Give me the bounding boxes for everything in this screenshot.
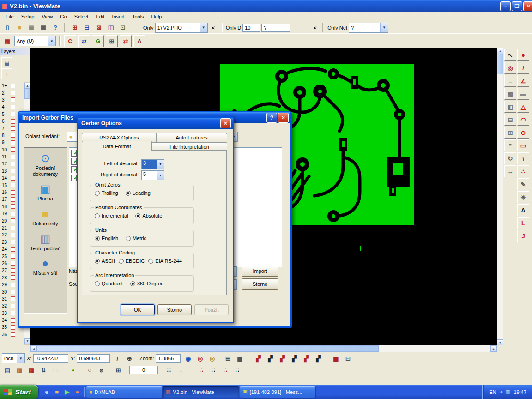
dot-pattern-icon[interactable]: ∷: [208, 364, 219, 375]
cancel-button[interactable]: Storno: [157, 304, 192, 315]
close-button[interactable]: ×: [220, 118, 231, 128]
chevron-down-icon[interactable]: ▼: [157, 171, 164, 180]
radio-icon[interactable]: [126, 236, 131, 241]
dcode-count-field[interactable]: 0: [129, 366, 158, 374]
layer-color-swatch[interactable]: [11, 204, 15, 209]
layer-color-swatch[interactable]: [11, 240, 15, 244]
swap-codes-icon[interactable]: ⇄: [78, 35, 90, 47]
prev-layer-button[interactable]: <: [209, 22, 218, 33]
g-code-icon[interactable]: G: [92, 35, 104, 47]
canvas-vscrollbar[interactable]: ▲ ▼: [497, 48, 503, 345]
pointer-icon[interactable]: ↖: [504, 49, 516, 61]
menu-item[interactable]: File: [2, 13, 18, 20]
layer-color-swatch[interactable]: [11, 169, 15, 173]
net-select-combo[interactable]: ? ▼: [349, 23, 388, 33]
radio-icon[interactable]: [95, 259, 100, 264]
layer-color-swatch[interactable]: [11, 162, 15, 166]
media-icon[interactable]: ▶: [62, 387, 72, 397]
film-swap-icon[interactable]: ⇅: [38, 364, 49, 375]
place-my-computer[interactable]: ▥ Tento počítač: [25, 233, 66, 252]
zoom-value-field[interactable]: 1.8866: [156, 354, 181, 363]
draw-mode-icon[interactable]: ▞: [289, 353, 300, 364]
radio-option[interactable]: 360 Degree: [130, 281, 164, 286]
stretch-icon[interactable]: ↔: [504, 165, 516, 177]
radio-option[interactable]: ASCII: [95, 258, 115, 264]
layer-up-icon[interactable]: ↑: [1, 68, 12, 79]
aperture-text-icon[interactable]: A: [133, 35, 145, 47]
layer-color-swatch[interactable]: [11, 140, 15, 145]
scroll-up-icon[interactable]: ▲: [24, 83, 30, 89]
print-icon[interactable]: ▤: [38, 22, 49, 33]
film-grid-icon[interactable]: ▦: [2, 36, 13, 47]
circle-tool-icon[interactable]: ⊙: [517, 127, 529, 139]
menu-item[interactable]: Insert: [108, 13, 128, 20]
text-tool-icon[interactable]: A: [517, 204, 529, 216]
stitch-tool-icon[interactable]: ∴: [517, 165, 529, 177]
outline-view-icon[interactable]: ⊡: [342, 353, 353, 364]
select-net-icon[interactable]: ⊟: [81, 22, 92, 33]
scroll-down-icon[interactable]: ▼: [24, 338, 30, 344]
scroll-down-icon[interactable]: ▼: [497, 339, 503, 345]
pad-tool-icon[interactable]: ●: [517, 49, 529, 61]
layer-color-swatch[interactable]: [11, 91, 15, 95]
new-file-icon[interactable]: ▯: [2, 22, 13, 33]
layer-color-swatch[interactable]: [11, 126, 15, 131]
circle-select-icon[interactable]: ○: [84, 364, 95, 375]
line-tool-icon[interactable]: /: [517, 62, 529, 74]
angle-tool-icon[interactable]: ∠: [517, 75, 529, 87]
polyline-tool-icon[interactable]: \: [517, 152, 529, 164]
zoom-out-icon[interactable]: ◎: [206, 353, 218, 364]
table-icon[interactable]: ⊞: [106, 35, 118, 47]
tab-data-format[interactable]: Data Format: [82, 141, 152, 151]
help-pointer-icon[interactable]: ?: [50, 22, 61, 33]
layers-stack-icon[interactable]: ▤: [1, 57, 12, 68]
task-messenger[interactable]: ▣ [191-482-091] - Mess...: [240, 386, 315, 398]
j-text-tool-icon[interactable]: J: [517, 230, 529, 242]
chevron-down-icon[interactable]: ▼: [380, 23, 388, 32]
cancel-button[interactable]: Storno: [242, 278, 278, 290]
draw-mode-icon[interactable]: ▞: [301, 353, 312, 364]
menu-item[interactable]: View: [38, 13, 56, 20]
close-button[interactable]: ×: [523, 1, 532, 11]
task-explorer[interactable]: ■ D:\MLAB: [86, 386, 162, 398]
grid-snap-icon[interactable]: ⊞: [504, 127, 516, 139]
import-button[interactable]: Import: [242, 266, 278, 277]
c-code-icon[interactable]: C: [64, 35, 76, 47]
tray-update-icon[interactable]: ●: [500, 389, 503, 395]
draw-mode-icon[interactable]: ▞: [313, 353, 324, 364]
pan-icon[interactable]: /: [112, 353, 123, 364]
layer-color-swatch[interactable]: [11, 275, 15, 280]
order-icon[interactable]: ≡: [504, 75, 516, 87]
layers-panel-header[interactable]: Layers ×: [0, 48, 33, 55]
zoom-window-icon[interactable]: ◉: [182, 353, 193, 364]
open-file-icon[interactable]: ■: [14, 22, 25, 33]
dot-grid-icon[interactable]: ∷: [163, 364, 175, 375]
film-list-icon[interactable]: ▥: [14, 364, 25, 375]
layer-row[interactable]: 1+: [0, 82, 24, 89]
tray-display-icon[interactable]: ▥: [505, 389, 510, 395]
radio-option[interactable]: English: [95, 236, 118, 241]
radio-option[interactable]: EIA RS-244: [148, 258, 181, 264]
layer-color-swatch[interactable]: [11, 119, 15, 124]
scroll-up-icon[interactable]: ▲: [497, 48, 503, 54]
layer-select-combo[interactable]: 1) V2.PHO ▼: [155, 23, 208, 33]
chevron-down-icon[interactable]: ▼: [48, 36, 55, 46]
scroll-left-icon[interactable]: ◄: [30, 345, 37, 352]
gear-icon[interactable]: ✳: [517, 191, 529, 203]
layer-color-swatch[interactable]: [11, 212, 15, 216]
anchor-icon[interactable]: ↓: [175, 364, 187, 375]
x-coordinate-field[interactable]: -0.942237: [33, 354, 68, 363]
layer-color-swatch[interactable]: [11, 147, 15, 152]
transfer-icon[interactable]: ⇄: [120, 35, 132, 47]
film-box-icon[interactable]: ▦: [26, 364, 37, 375]
radio-icon[interactable]: [148, 259, 153, 264]
d-code-input[interactable]: 10: [242, 24, 260, 32]
ie-icon[interactable]: e: [42, 387, 51, 397]
place-network[interactable]: ● Místa v síti: [25, 257, 66, 276]
place-recent-documents[interactable]: ⊙ Poslední dokumenty: [25, 152, 66, 177]
zoom-in-icon[interactable]: ◎: [194, 353, 206, 364]
radio-option[interactable]: EBCDIC: [119, 258, 145, 264]
tab-auto-features[interactable]: Auto Features: [156, 133, 227, 142]
layer-row[interactable]: 2: [0, 89, 24, 96]
chevron-down-icon[interactable]: ▼: [157, 160, 164, 169]
